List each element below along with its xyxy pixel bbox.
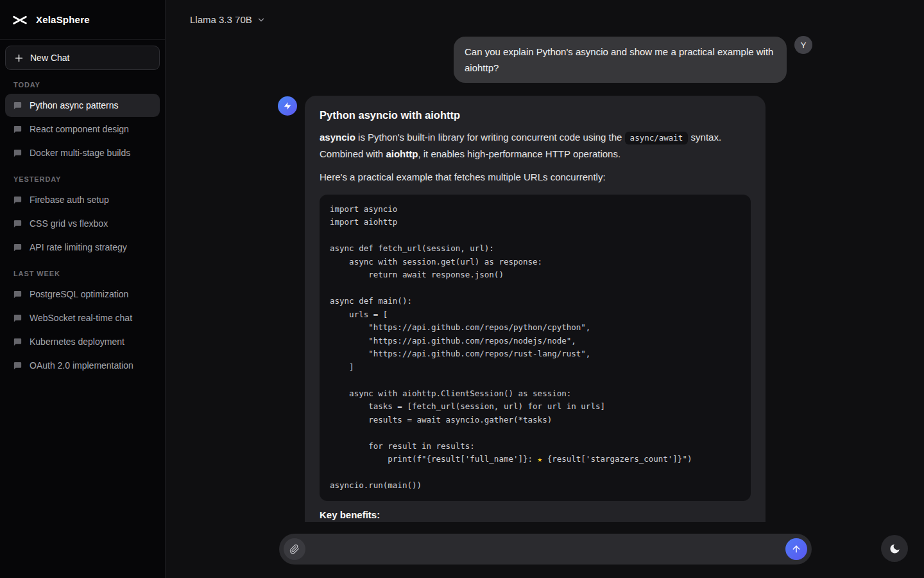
brand-header: XelaSphere [0,0,165,40]
message-list: Can you explain Python's asyncio and sho… [166,0,924,522]
attach-button[interactable] [284,538,305,560]
section-label-today: TODAY [13,81,165,89]
sidebar-item-label: React component design [30,124,129,134]
plus-icon [14,53,24,63]
assistant-paragraph-3: Key benefits: [320,509,751,520]
assistant-message-card: Python asyncio with aiohttp asyncio is P… [305,96,766,522]
sidebar-item-label: Docker multi-stage builds [30,148,130,158]
logo-icon [12,14,28,26]
sidebar-item-label: Kubernetes deployment [30,337,124,347]
section-label-yesterday: YESTERDAY [13,175,165,183]
main-area: Llama 3.3 70B Can you explain Python's a… [166,0,924,578]
message-square-icon [13,361,22,371]
theme-toggle-button[interactable] [881,535,908,562]
sidebar: XelaSphere New Chat TODAY Python async p… [0,0,166,578]
paperclip-icon [289,544,300,554]
user-message-bubble: Can you explain Python's asyncio and sho… [454,37,787,83]
new-chat-button[interactable]: New Chat [5,46,160,70]
sidebar-item-oauth-implementation[interactable]: OAuth 2.0 implementation [5,354,160,377]
message-square-icon [13,148,22,158]
sidebar-item-label: OAuth 2.0 implementation [30,360,133,371]
section-label-last-week: LAST WEEK [13,270,165,277]
sidebar-item-label: API rate limiting strategy [30,242,127,252]
sidebar-item-label: Firebase auth setup [30,195,109,205]
sidebar-item-postgresql-optimization[interactable]: PostgreSQL optimization [5,283,160,306]
sidebar-item-docker-multi-stage-builds[interactable]: Docker multi-stage builds [5,141,160,164]
sidebar-item-firebase-auth-setup[interactable]: Firebase auth setup [5,188,160,211]
code-block: import asyncio import aiohttp async def … [320,195,751,501]
moon-icon [889,543,901,555]
sidebar-item-python-async-patterns[interactable]: Python async patterns [5,94,160,117]
brand-name: XelaSphere [36,14,90,25]
arrow-up-icon [791,544,801,554]
new-chat-label: New Chat [30,53,69,63]
message-square-icon [13,243,22,252]
sidebar-item-css-grid-vs-flexbox[interactable]: CSS grid vs flexbox [5,212,160,235]
user-avatar: Y [794,36,812,54]
sidebar-item-react-component-design[interactable]: React component design [5,118,160,141]
sidebar-item-kubernetes-deployment[interactable]: Kubernetes deployment [5,330,160,353]
assistant-avatar [278,96,297,116]
zap-icon [283,101,292,110]
message-square-icon [13,337,22,347]
assistant-paragraph-2: Here's a practical example that fetches … [320,170,751,186]
message-input[interactable] [305,534,785,565]
message-square-icon [13,195,22,205]
message-square-icon [13,290,22,299]
user-message-text: Can you explain Python's asyncio and sho… [465,46,773,73]
sidebar-item-websocket-real-time-chat[interactable]: WebSocket real-time chat [5,306,160,329]
sidebar-item-api-rate-limiting-strategy[interactable]: API rate limiting strategy [5,236,160,259]
message-square-icon [13,101,22,110]
message-square-icon [13,219,22,229]
assistant-paragraph-1: asyncio is Python's built-in library for… [320,130,751,162]
message-square-icon [13,313,22,323]
assistant-title: Python asyncio with aiohttp [320,109,751,121]
message-square-icon [13,125,22,134]
inline-code: async/await [625,132,689,144]
sidebar-item-label: CSS grid vs flexbox [30,218,108,229]
composer-bar [279,534,812,565]
code-content: import asyncio import aiohttp async def … [330,204,692,491]
sidebar-item-label: PostgreSQL optimization [30,289,128,299]
sidebar-item-label: Python async patterns [30,100,119,110]
send-button[interactable] [785,538,807,560]
star-icon: ★ [538,454,543,464]
sidebar-item-label: WebSocket real-time chat [30,313,132,323]
